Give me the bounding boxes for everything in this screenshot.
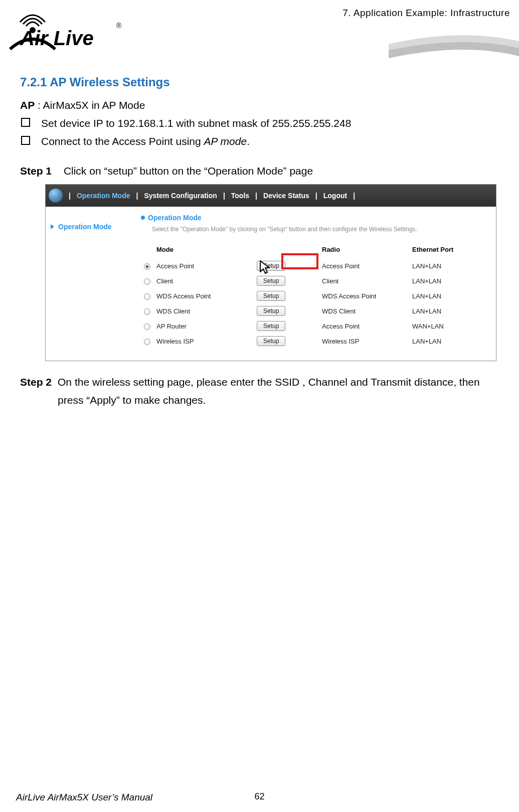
section-heading: 7.2.1 AP Wireless Settings — [20, 75, 504, 89]
brand-logo: Air Live ® — [5, 5, 125, 53]
step2-line: Step 2 On the wireless setting page, ple… — [20, 373, 504, 409]
globe-icon — [49, 189, 63, 203]
nav-separator: | — [350, 192, 358, 200]
panel-description: Select the "Operation Mode" by clicking … — [152, 226, 487, 233]
col-mode: Mode — [153, 244, 254, 258]
ap-label: AP — [20, 99, 35, 111]
mode-radio[interactable] — [144, 293, 150, 300]
table-row: AP Router Setup Access Point WAN+LAN — [141, 318, 487, 334]
nav-separator: | — [252, 192, 260, 200]
setup-button[interactable]: Setup — [257, 336, 285, 346]
highlight-box — [281, 253, 318, 269]
setup-button[interactable]: Setup — [257, 321, 285, 331]
col-eth: Ethernet Port — [409, 244, 487, 258]
checklist-text-italic: AP mode — [204, 135, 247, 147]
radio-col: Access Point — [319, 258, 409, 273]
ap-line: AP : AirMax5X in AP Mode — [20, 99, 504, 111]
mode-radio[interactable] — [144, 278, 150, 285]
setup-button[interactable]: Setup — [257, 306, 285, 316]
eth-col: LAN+LAN — [409, 273, 487, 288]
nav-separator: | — [133, 192, 141, 200]
step2-text: On the wireless setting page, please ent… — [58, 373, 504, 409]
checklist-item: Set device IP to 192.168.1.1 with subnet… — [20, 114, 504, 132]
checkbox-icon — [21, 118, 30, 127]
logo-text: Air Live — [20, 27, 94, 49]
ap-desc: : AirMax5X in AP Mode — [35, 99, 145, 111]
embedded-screenshot: | Operation Mode | System Configuration … — [45, 184, 496, 361]
eth-col: LAN+LAN — [409, 334, 487, 349]
setup-button[interactable]: Setup — [257, 291, 285, 301]
radio-col: WDS Client — [319, 303, 409, 318]
setup-button[interactable]: Setup — [257, 276, 285, 286]
mode-name: Access Point — [153, 258, 254, 273]
checklist-text: Set device IP to 192.168.1.1 with subnet… — [41, 114, 351, 132]
nav-item-device-status[interactable]: Device Status — [260, 192, 312, 200]
radio-col: WDS Access Point — [319, 288, 409, 303]
mode-radio[interactable] — [144, 339, 150, 345]
nav-item-logout[interactable]: Logout — [320, 192, 350, 200]
sidebar-item-operation-mode[interactable]: Operation Mode — [46, 221, 132, 233]
nav-separator: | — [312, 192, 320, 200]
mode-name: AP Router — [153, 318, 254, 334]
checklist-text: Connect to the Access Point using AP mod… — [41, 132, 250, 150]
triangle-icon — [51, 224, 54, 229]
mode-name: Client — [153, 273, 254, 288]
table-row: WDS Client Setup WDS Client LAN+LAN — [141, 303, 487, 318]
step2-label: Step 2 — [20, 373, 52, 409]
nav-item-tools[interactable]: Tools — [228, 192, 252, 200]
eth-col: WAN+LAN — [409, 318, 487, 334]
nav-separator: | — [66, 192, 74, 200]
eth-col: LAN+LAN — [409, 258, 487, 273]
radio-col: Wireless ISP — [319, 334, 409, 349]
mode-radio[interactable] — [144, 308, 150, 315]
step1-line: Step 1 Click on “setup” button on the “O… — [20, 165, 504, 177]
panel-title: Operation Mode — [141, 214, 487, 222]
mode-name: WDS Client — [153, 303, 254, 318]
mode-radio[interactable] — [144, 263, 150, 270]
step1-text: Click on “setup” button on the “Operatio… — [64, 165, 313, 177]
nav-item-system-configuration[interactable]: System Configuration — [141, 192, 220, 200]
table-row: WDS Access Point Setup WDS Access Point … — [141, 288, 487, 303]
page-footer: 62 AirLive AirMax5X User’s Manual — [0, 791, 519, 802]
mode-radio[interactable] — [144, 323, 150, 330]
svg-text:®: ® — [116, 22, 122, 30]
panel-title-text: Operation Mode — [148, 214, 202, 222]
table-row: Wireless ISP Setup Wireless ISP LAN+LAN — [141, 334, 487, 349]
mode-name: Wireless ISP — [153, 334, 254, 349]
radio-col: Client — [319, 273, 409, 288]
chapter-header: 7. Application Example: Infrastructure — [342, 8, 510, 19]
radio-col: Access Point — [319, 318, 409, 334]
manual-title: AirLive AirMax5X User’s Manual — [16, 792, 152, 803]
col-radio: Radio — [319, 244, 409, 258]
eth-col: LAN+LAN — [409, 303, 487, 318]
dot-icon — [141, 216, 145, 220]
decorative-swoosh — [389, 30, 519, 55]
sidebar-item-label: Operation Mode — [58, 223, 112, 231]
table-row: Client Setup Client LAN+LAN — [141, 273, 487, 288]
shot-sidebar: Operation Mode — [46, 207, 132, 361]
checklist-text-lead: Connect to the Access Point using — [41, 135, 204, 147]
shot-nav-bar: | Operation Mode | System Configuration … — [46, 185, 496, 207]
nav-separator: | — [220, 192, 228, 200]
eth-col: LAN+LAN — [409, 288, 487, 303]
nav-item-operation-mode[interactable]: Operation Mode — [74, 192, 133, 200]
step1-label: Step 1 — [20, 165, 52, 177]
checkbox-icon — [21, 136, 30, 145]
checklist-item: Connect to the Access Point using AP mod… — [20, 132, 504, 150]
checklist-text-tail: . — [247, 135, 250, 147]
mode-name: WDS Access Point — [153, 288, 254, 303]
